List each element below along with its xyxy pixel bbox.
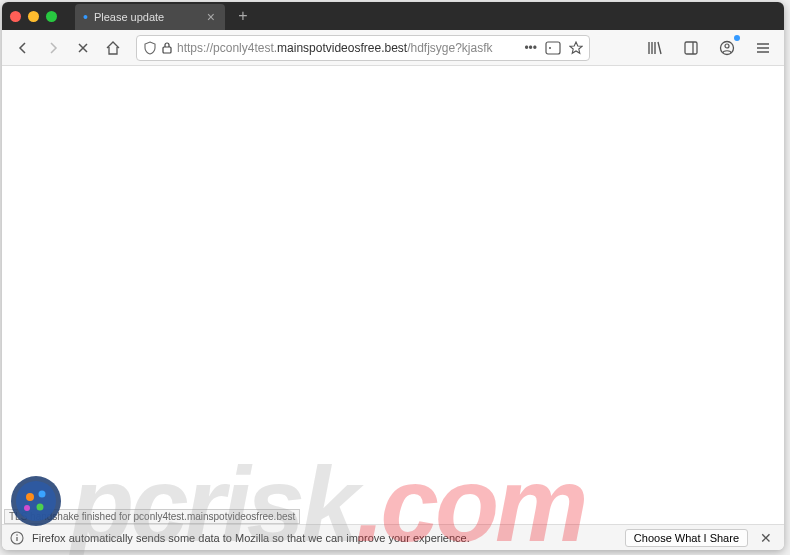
- url-text: https://pconly4test.mainspotvideosfree.b…: [177, 41, 520, 55]
- close-window-button[interactable]: [10, 11, 21, 22]
- reader-mode-icon[interactable]: [545, 41, 561, 55]
- page-actions-button[interactable]: •••: [524, 41, 537, 55]
- status-bar: TLS handshake finished for pconly4test.m…: [4, 509, 300, 524]
- navigation-bar: https://pconly4test.mainspotvideosfree.b…: [2, 30, 784, 66]
- lock-icon[interactable]: [161, 41, 173, 55]
- close-notice-button[interactable]: ✕: [756, 530, 776, 546]
- home-button[interactable]: [100, 35, 126, 61]
- profile-button[interactable]: [714, 35, 740, 61]
- svg-rect-3: [685, 42, 697, 54]
- svg-point-2: [549, 47, 551, 49]
- loading-indicator-icon: •: [83, 10, 88, 24]
- menu-button[interactable]: [750, 35, 776, 61]
- notice-text: Firefox automatically sends some data to…: [32, 532, 470, 544]
- forward-button[interactable]: [40, 35, 66, 61]
- url-bar[interactable]: https://pconly4test.mainspotvideosfree.b…: [136, 35, 590, 61]
- minimize-window-button[interactable]: [28, 11, 39, 22]
- svg-point-12: [16, 534, 18, 536]
- page-content: [2, 66, 784, 524]
- stop-button[interactable]: [70, 35, 96, 61]
- svg-rect-0: [163, 47, 171, 53]
- tab-bar: • Please update × +: [2, 2, 784, 30]
- info-icon: [10, 531, 24, 545]
- bookmark-star-icon[interactable]: [569, 41, 583, 55]
- svg-rect-1: [546, 42, 560, 54]
- tab-title: Please update: [94, 11, 164, 23]
- sidebar-button[interactable]: [678, 35, 704, 61]
- back-button[interactable]: [10, 35, 36, 61]
- choose-share-button[interactable]: Choose What I Share: [625, 529, 748, 547]
- tab-active[interactable]: • Please update ×: [75, 4, 225, 30]
- toolbar-right: [642, 35, 776, 61]
- svg-point-6: [725, 44, 729, 48]
- new-tab-button[interactable]: +: [231, 4, 255, 28]
- browser-window: • Please update × + https://pconly: [2, 2, 784, 550]
- data-notice-bar: Firefox automatically sends some data to…: [2, 524, 784, 550]
- window-controls: [10, 11, 57, 22]
- library-button[interactable]: [642, 35, 668, 61]
- close-tab-button[interactable]: ×: [205, 9, 217, 25]
- maximize-window-button[interactable]: [46, 11, 57, 22]
- notification-dot-icon: [734, 35, 740, 41]
- shield-icon[interactable]: [143, 41, 157, 55]
